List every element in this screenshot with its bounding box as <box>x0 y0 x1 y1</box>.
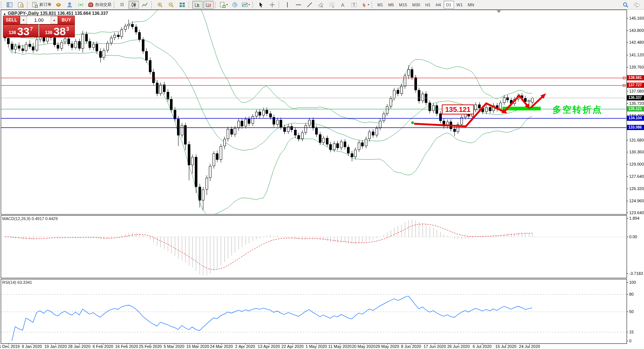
chat-button[interactable] <box>631 1 642 9</box>
turning-point-annotation[interactable]: 多空转折点 <box>553 104 603 116</box>
one-click-trading-panel: SELL ▼ ▲ BUY 136 33 7 136 38 3 <box>3 16 75 37</box>
svg-text:T: T <box>353 3 356 7</box>
tab-timeframe-mn[interactable]: MN <box>465 1 477 9</box>
svg-text:E: E <box>321 6 323 8</box>
toolbar-grip[interactable] <box>215 1 217 8</box>
dropdown-arrow-icon: ▾ <box>248 3 250 6</box>
toolbar-grip[interactable] <box>371 1 374 8</box>
buy-price-prefix: 136 <box>45 30 52 35</box>
profiles-button[interactable] <box>230 1 240 9</box>
volume-decrease-button[interactable]: ▼ <box>20 16 27 24</box>
cursor-button[interactable] <box>256 1 266 9</box>
bar-chart-button[interactable] <box>117 1 128 9</box>
zoom-out-button[interactable] <box>166 1 176 9</box>
toolbar-grip[interactable] <box>278 1 281 8</box>
collapse-panel-icon[interactable]: ▲ <box>3 12 6 16</box>
sell-price-prefix: 136 <box>9 30 16 35</box>
volume-increase-button[interactable]: ▲ <box>51 16 58 24</box>
price-level-callout[interactable]: 135.121 <box>442 104 474 114</box>
macd-indicator-label: MACD(12,26,9) 0.4917 0.4429 <box>2 216 58 221</box>
auto-scroll-button[interactable] <box>192 1 203 9</box>
new-order-button[interactable]: 新订单 <box>31 1 53 9</box>
tab-timeframe-m30[interactable]: M30 <box>410 1 423 9</box>
trendline-button[interactable] <box>304 1 315 9</box>
charts-bar-button[interactable] <box>4 1 15 9</box>
sell-button[interactable]: SELL <box>3 16 20 24</box>
sell-price-main: 33 <box>17 27 29 36</box>
toolbar-grip[interactable] <box>1 1 3 8</box>
buy-price-pip: 3 <box>66 26 69 32</box>
metaeditor-button[interactable] <box>53 1 64 9</box>
arrows-tool-button[interactable]: ▾ <box>360 1 370 9</box>
tile-windows-button[interactable] <box>177 1 187 9</box>
fibonacci-button[interactable]: F <box>327 1 337 9</box>
buy-price-main: 38 <box>53 27 66 36</box>
ohlc-readout: 135.831 136.451 135.664 136.337 <box>40 11 108 16</box>
new-order-label: 新订单 <box>39 2 51 7</box>
toolbar-grip[interactable] <box>188 1 191 8</box>
text-label-button[interactable]: T <box>349 1 359 9</box>
tab-timeframe-m1[interactable]: M1 <box>375 1 386 9</box>
volume-spinner: ▼ ▲ <box>20 16 58 24</box>
sell-price-display[interactable]: 136 33 7 <box>3 24 39 37</box>
zoom-in-button[interactable] <box>155 1 165 9</box>
buy-button[interactable]: BUY <box>58 16 75 24</box>
tab-timeframe-m15[interactable]: M15 <box>397 1 410 9</box>
mt4-window: { "toolbar": { "new_order_label": "新订单",… <box>0 0 644 349</box>
buy-price-display[interactable]: 136 38 3 <box>39 24 75 37</box>
templates-button[interactable]: ▾ <box>241 1 251 9</box>
dropdown-arrow-icon: ▾ <box>368 3 369 6</box>
new-chart-button[interactable]: ▾ <box>218 1 229 9</box>
toolbar-grip[interactable] <box>27 1 30 8</box>
community-button[interactable] <box>64 1 75 9</box>
chart-shift-button[interactable] <box>203 1 214 9</box>
signals-button[interactable] <box>76 1 86 9</box>
chart-canvas[interactable] <box>0 0 644 349</box>
volume-input[interactable] <box>27 16 51 24</box>
autotrading-button[interactable]: 自动交易 <box>87 1 113 9</box>
toolbar-grip[interactable] <box>252 1 255 8</box>
search-button[interactable] <box>620 1 631 9</box>
toolbar-grip[interactable] <box>151 1 154 8</box>
tab-timeframe-w1[interactable]: W1 <box>454 1 466 9</box>
vertical-line-button[interactable] <box>282 1 293 9</box>
autotrading-label: 自动交易 <box>95 2 111 7</box>
svg-text:F: F <box>333 6 334 8</box>
crosshair-button[interactable] <box>267 1 277 9</box>
tab-timeframe-m5[interactable]: M5 <box>386 1 396 9</box>
chart-header: ▲GBPJPY-,Daily 135.831 136.451 135.664 1… <box>3 11 108 16</box>
data-window-button[interactable] <box>16 1 26 9</box>
line-chart-button[interactable] <box>140 1 150 9</box>
svg-text:A: A <box>341 2 344 8</box>
tab-timeframe-d1[interactable]: D1 <box>444 1 454 9</box>
equidistant-channel-button[interactable]: E <box>316 1 326 9</box>
main-toolbar: 新订单 自动交易 ▾ ▾ E F A T ▾ M1 M5 M15 M30 H1 … <box>0 0 644 10</box>
timeframe-bar: M1 M5 M15 M30 H1 H4 D1 W1 MN <box>375 1 477 9</box>
horizontal-line-button[interactable] <box>293 1 304 9</box>
rsi-indicator-label: RSI(14) 63.3341 <box>2 280 32 285</box>
dropdown-arrow-icon: ▾ <box>226 3 228 6</box>
candlestick-chart-button[interactable] <box>129 1 139 9</box>
tab-timeframe-h4[interactable]: H4 <box>433 1 443 9</box>
text-button[interactable]: A <box>338 1 348 9</box>
toolbar-grip[interactable] <box>114 1 116 8</box>
sell-price-pip: 7 <box>30 26 33 32</box>
tab-timeframe-h1[interactable]: H1 <box>423 1 433 9</box>
symbol-title: GBPJPY-,Daily <box>8 11 39 16</box>
